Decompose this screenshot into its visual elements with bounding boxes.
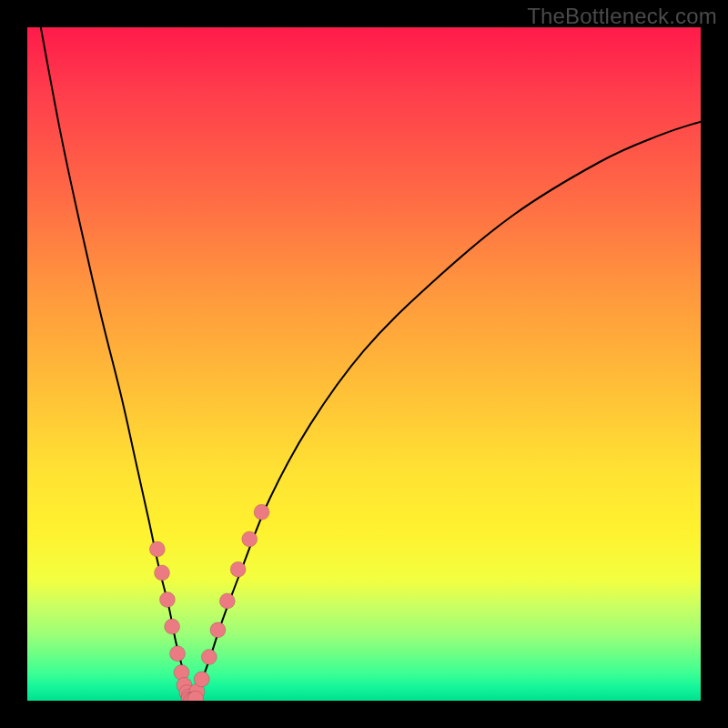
right-markers-dot	[219, 593, 235, 609]
right-markers-dot	[210, 622, 226, 638]
right-markers-dot	[230, 561, 246, 577]
right-markers-dot	[201, 649, 217, 664]
right-markers-dot	[242, 531, 258, 547]
left-markers-dot	[170, 646, 186, 662]
chart-frame: TheBottleneck.com	[0, 0, 728, 728]
left-markers-dot	[159, 592, 175, 608]
left-markers-dot	[165, 619, 180, 634]
left-markers-dot	[149, 541, 165, 557]
left-markers-dot	[155, 565, 170, 581]
right-markers-dot	[254, 504, 269, 520]
right-curve	[192, 122, 701, 701]
right-markers-dot	[194, 672, 209, 687]
watermark-text: TheBottleneck.com	[527, 4, 717, 29]
curve-layer	[27, 27, 701, 701]
plot-area	[27, 27, 701, 701]
